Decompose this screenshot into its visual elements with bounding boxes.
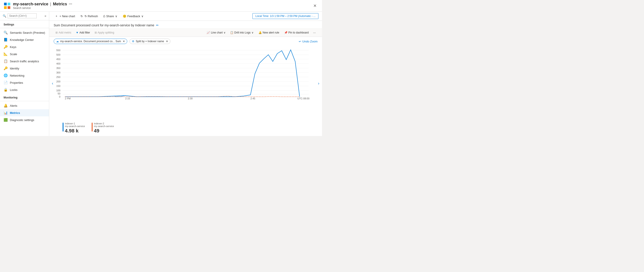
title-bar: my-search-service | Metrics ··· Search s… [0, 0, 322, 11]
add-metric-button[interactable]: ⊞ Add metric [54, 30, 73, 35]
sidebar-item-label: Networking [10, 74, 24, 77]
add-filter-button[interactable]: ▼ Add filter [74, 30, 92, 35]
svg-text:200: 200 [56, 80, 60, 83]
legend-value-indexer1: 4.98 k [65, 128, 85, 134]
metric-chip-icon: ☁ [56, 40, 59, 43]
legend-title-indexer2: indexer-2 [94, 122, 114, 125]
metrics-toolbar: ⊞ Add metric ▼ Add filter ⊞ Apply splitt… [49, 28, 322, 37]
pin-icon: 📌 [284, 31, 288, 34]
refresh-icon: ↻ [80, 14, 83, 18]
share-button[interactable]: ⎙ Share ∨ [101, 13, 120, 19]
svg-rect-0 [4, 3, 7, 5]
knowledge-center-icon: 📘 [4, 38, 8, 42]
chart-nav-left-button[interactable]: ‹ [50, 79, 55, 87]
content-area: ＋ + New chart ↻ ↻ Refresh ⎙ Share ∨ 🙂 Fe… [49, 11, 322, 136]
line-chart-svg: 550 500 450 400 350 300 250 200 150 100 … [54, 48, 313, 99]
pin-to-dashboard-button[interactable]: 📌 Pin to dashboard [282, 30, 310, 35]
chart-edit-icon[interactable]: ✏ [156, 23, 159, 27]
settings-section: Settings 🔍 Semantic Search (Preview) 📘 K… [0, 20, 49, 93]
more-options-icon[interactable]: ··· [69, 2, 72, 6]
drill-logs-label: Drill into Logs [234, 31, 251, 34]
identity-icon: 🔑 [4, 66, 8, 70]
sidebar-item-alerts[interactable]: 🔔 Alerts [0, 102, 49, 109]
sidebar-item-label: Metrics [10, 111, 20, 115]
svg-text:100: 100 [56, 89, 60, 92]
chart-svg-container: 550 500 450 400 350 300 250 200 150 100 … [49, 46, 322, 121]
new-chart-button[interactable]: ＋ + New chart [53, 13, 77, 19]
chart-type-chevron-icon: ∨ [224, 31, 226, 34]
search-input[interactable] [8, 13, 37, 18]
new-alert-label: New alert rule [263, 31, 279, 34]
svg-text:550: 550 [56, 49, 60, 52]
apply-splitting-button[interactable]: ⊞ Apply splitting [93, 30, 116, 35]
legend-subtitle-indexer1: my-search-service [65, 125, 85, 128]
undo-zoom-label: Undo Zoom [302, 40, 318, 43]
chart-area: ‹ › 550 500 450 400 350 300 250 200 150 … [49, 46, 322, 121]
new-alert-rule-button[interactable]: 🔔 New alert rule [256, 30, 282, 35]
split-chip[interactable]: ⚙ Split by = Indexer name ✕ [130, 39, 170, 44]
main-toolbar: ＋ + New chart ↻ ↻ Refresh ⎙ Share ∨ 🙂 Fe… [49, 11, 322, 21]
legend-text-indexer2: indexer-2 my-search-service 49 [94, 122, 114, 134]
feedback-button[interactable]: 🙂 Feedback ∨ [120, 13, 146, 19]
sidebar-collapse-button[interactable]: « [44, 14, 46, 18]
main-layout: 🔍 « Settings 🔍 Semantic Search (Preview)… [0, 11, 322, 136]
add-filter-label: Add filter [80, 31, 90, 34]
toolbar-right: Local Time: 1/3 1:59 PM – 2:59 PM (Autom… [252, 13, 318, 19]
sidebar-item-label: Identity [10, 67, 19, 70]
filter-bar: ☁ my-search-service. Document processed … [49, 37, 322, 46]
sidebar-item-knowledge-center[interactable]: 📘 Knowledge Center [0, 36, 49, 43]
apply-splitting-label: Apply splitting [98, 31, 114, 34]
sidebar-item-scale[interactable]: 📐 Scale [0, 50, 49, 58]
legend-color-indexer2 [92, 123, 92, 132]
diagnostic-icon: 🟩 [4, 118, 8, 122]
sidebar-item-semantic-search[interactable]: 🔍 Semantic Search (Preview) [0, 29, 49, 36]
sidebar-item-metrics[interactable]: 📊 Metrics [0, 109, 49, 116]
svg-text:2:30: 2:30 [188, 97, 192, 99]
sidebar-item-label: Alerts [10, 104, 17, 107]
sidebar-item-networking[interactable]: 🌐 Networking [0, 72, 49, 79]
legend-subtitle-indexer2: my-search-service [94, 125, 114, 128]
svg-text:2 PM: 2 PM [65, 97, 71, 99]
title-left: my-search-service | Metrics ··· Search s… [4, 2, 72, 9]
sidebar-item-diagnostic[interactable]: 🟩 Diagnostic settings [0, 116, 49, 123]
refresh-label: ↻ Refresh [84, 14, 98, 18]
split-chip-close-icon[interactable]: ✕ [166, 40, 168, 43]
sidebar-search-container: 🔍 « [0, 11, 49, 20]
drill-chevron-icon: ∨ [252, 31, 254, 34]
svg-text:2:45: 2:45 [250, 97, 255, 99]
sidebar: 🔍 « Settings 🔍 Semantic Search (Preview)… [0, 11, 49, 136]
metrics-icon: 📊 [4, 111, 8, 115]
app-icon [4, 2, 11, 9]
sidebar-item-label: Locks [10, 88, 18, 92]
chart-title-bar: Sum Document processed count for my-sear… [49, 21, 322, 28]
more-chart-options-button[interactable]: ··· [311, 30, 318, 35]
metric-chip-close-icon[interactable]: ✕ [123, 40, 125, 43]
title-divider: | [50, 2, 51, 6]
networking-icon: 🌐 [4, 73, 8, 77]
drill-logs-icon: 📋 [230, 31, 234, 34]
sidebar-item-keys[interactable]: 🔑 Keys [0, 43, 49, 50]
apply-splitting-icon: ⊞ [94, 31, 97, 34]
chart-nav-right-button[interactable]: › [316, 79, 321, 87]
chart-type-button[interactable]: 📈 Line chart ∨ [205, 30, 228, 35]
refresh-button[interactable]: ↻ ↻ Refresh [78, 13, 100, 19]
svg-text:350: 350 [56, 67, 60, 69]
drill-into-logs-button[interactable]: 📋 Drill into Logs ∨ [228, 30, 255, 35]
sidebar-item-properties[interactable]: 📄 Properties [0, 79, 49, 86]
sidebar-item-search-traffic[interactable]: 📋 Search traffic analytics [0, 58, 49, 65]
close-button[interactable]: ✕ [312, 2, 318, 9]
new-chart-icon: ＋ [55, 14, 58, 18]
svg-text:250: 250 [56, 76, 60, 78]
chart-legend: indexer-1 my-search-service 4.98 k index… [49, 121, 322, 136]
sidebar-item-identity[interactable]: 🔑 Identity [0, 65, 49, 72]
sidebar-item-locks[interactable]: 🔒 Locks [0, 86, 49, 93]
indexer1-line [65, 50, 300, 97]
service-subtitle: Search service [13, 6, 72, 9]
time-range-button[interactable]: Local Time: 1/3 1:59 PM – 2:59 PM (Autom… [252, 13, 318, 19]
svg-rect-2 [4, 6, 7, 9]
svg-rect-1 [8, 3, 10, 5]
svg-text:0: 0 [59, 95, 60, 98]
page-title: Metrics [53, 2, 67, 6]
metric-chip[interactable]: ☁ my-search-service. Document processed … [54, 39, 127, 44]
undo-zoom-button[interactable]: ↩ Undo Zoom [299, 40, 318, 43]
